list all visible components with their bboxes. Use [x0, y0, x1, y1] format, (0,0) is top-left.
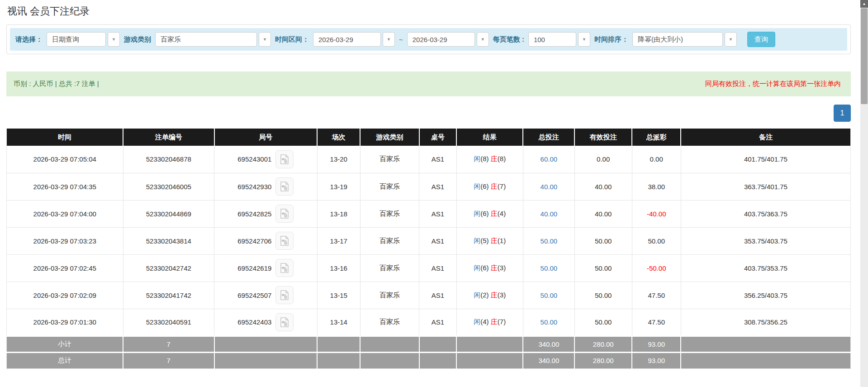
filter-panel: 请选择： 日期查询 ▼ 游戏类别 百家乐 ▼ 时间区间： 2026-03-29 … — [6, 24, 851, 54]
cell-time: 2026-03-29 07:04:00 — [7, 200, 123, 227]
cell-round: 695242825 — [214, 200, 318, 227]
query-type-label: 请选择： — [15, 35, 43, 44]
total-bet-link[interactable]: 50.00 — [541, 264, 558, 272]
chevron-down-icon[interactable]: ▼ — [578, 32, 590, 47]
total-bet-link[interactable]: 40.00 — [541, 210, 558, 218]
chevron-down-icon[interactable]: ▼ — [259, 32, 271, 47]
time-sort-select[interactable]: 降幂(由大到小) ▼ — [632, 32, 737, 47]
valid-bet-notice: 同局有效投注，统一计算在该局第一张注单内 — [705, 80, 841, 88]
cell-total-bet: 60.00 — [523, 146, 574, 173]
cell-result: 闲(5) 庄(1) — [456, 227, 523, 254]
total-bet-link[interactable]: 40.00 — [541, 183, 558, 191]
video-file-icon — [279, 208, 290, 219]
payout-value: 47.50 — [648, 291, 665, 299]
round-number: 695242825 — [237, 210, 271, 218]
video-replay-button[interactable] — [275, 150, 294, 168]
cell-session: 13-19 — [317, 173, 360, 200]
page-1-button[interactable]: 1 — [834, 105, 851, 122]
round-number: 695242930 — [237, 183, 271, 191]
cell-valid-bet: 40.00 — [574, 173, 632, 200]
cell-total-bet: 50.00 — [523, 309, 574, 336]
total-bet-link[interactable]: 50.00 — [541, 291, 558, 299]
video-replay-button[interactable] — [275, 286, 294, 304]
main-content: 视讯 会员下注纪录 请选择： 日期查询 ▼ 游戏类别 百家乐 ▼ 时间区间： 2… — [6, 0, 851, 369]
banker-result-label: 庄 — [491, 291, 498, 299]
cell-bet-id: 523302044869 — [123, 200, 214, 227]
page-size-select[interactable]: 100 ▼ — [528, 32, 590, 47]
chevron-down-icon[interactable]: ▼ — [477, 32, 489, 47]
total-bet-link[interactable]: 60.00 — [541, 155, 558, 163]
cell-round: 695242619 — [214, 254, 318, 282]
col-valid-bet: 有效投注 — [574, 129, 632, 146]
cell-payout: 47.50 — [632, 309, 681, 336]
date-range-label: 时间区间： — [275, 35, 309, 44]
table-row: 2026-03-29 07:05:04 523302046878 6952430… — [7, 146, 851, 173]
game-type-select[interactable]: 百家乐 ▼ — [155, 32, 271, 47]
table-row: 2026-03-29 07:03:23 523302043814 6952427… — [7, 227, 851, 254]
currency-total-text: 币别 : 人民币 | 总共 :7 注单 | — [14, 80, 99, 88]
cell-game-type: 百家乐 — [360, 173, 419, 200]
table-row: 2026-03-29 07:02:45 523302042742 6952426… — [7, 254, 851, 282]
table-footer: 小计 7 340.00 280.00 93.00 总计 7 340.00 280… — [7, 336, 851, 368]
video-replay-button[interactable] — [275, 205, 294, 223]
video-replay-button[interactable] — [275, 177, 294, 196]
round-number: 695243001 — [237, 155, 271, 163]
date-to-select[interactable]: 2026-03-29 ▼ — [407, 32, 489, 47]
cell-time: 2026-03-29 07:04:35 — [7, 173, 123, 200]
player-result-score: (8) — [480, 155, 489, 162]
banker-result-label: 庄 — [491, 155, 498, 162]
payout-value: 50.00 — [648, 237, 665, 245]
banker-result-label: 庄 — [491, 318, 498, 325]
page-size-value[interactable]: 100 — [528, 32, 576, 47]
video-file-icon — [279, 263, 290, 273]
subtotal-valid-bet: 280.00 — [574, 336, 632, 352]
game-type-value[interactable]: 百家乐 — [155, 32, 257, 47]
video-file-icon — [279, 317, 290, 328]
cell-note: 403.75/353.75 — [681, 254, 850, 282]
col-note: 备注 — [681, 129, 850, 146]
col-total-bet: 总投注 — [523, 129, 574, 146]
subtotal-payout: 93.00 — [632, 336, 681, 352]
cell-bet-id: 523302041742 — [123, 282, 214, 309]
query-type-select[interactable]: 日期查询 ▼ — [47, 32, 120, 47]
video-file-icon — [279, 154, 290, 165]
date-to-value[interactable]: 2026-03-29 — [407, 32, 475, 47]
search-button[interactable]: 查询 — [747, 32, 775, 47]
video-file-icon — [279, 290, 290, 301]
payout-value: 0.00 — [650, 155, 663, 163]
cell-total-bet: 50.00 — [523, 254, 574, 282]
cell-bet-id: 523302043814 — [123, 227, 214, 254]
cell-payout: 38.00 — [632, 173, 681, 200]
total-bet-link[interactable]: 50.00 — [541, 318, 558, 326]
banker-result-score: (7) — [498, 318, 506, 325]
cell-round: 695243001 — [214, 146, 318, 173]
chevron-down-icon[interactable]: ▼ — [108, 32, 120, 47]
total-count: 7 — [123, 352, 214, 368]
chevron-down-icon[interactable]: ▼ — [383, 32, 395, 47]
cell-result: 闲(6) 庄(7) — [456, 173, 523, 200]
table-header: 时间 注单编号 局号 场次 游戏类别 桌号 结果 总投注 有效投注 总派彩 备注 — [7, 129, 851, 146]
table-row: 2026-03-29 07:01:30 523302040591 6952424… — [7, 309, 851, 336]
cell-valid-bet: 0.00 — [574, 146, 632, 173]
vertical-scrollbar[interactable]: ▲ — [860, 0, 868, 387]
total-bet-link[interactable]: 50.00 — [541, 237, 558, 245]
date-from-select[interactable]: 2026-03-29 ▼ — [313, 32, 395, 47]
video-replay-button[interactable] — [275, 232, 294, 250]
scrollbar-thumb[interactable] — [861, 8, 868, 104]
round-number: 695242619 — [237, 264, 271, 272]
cell-table-no: AS1 — [419, 282, 456, 309]
cell-result: 闲(8) 庄(8) — [456, 146, 523, 173]
payout-value: -40.00 — [647, 210, 666, 218]
time-sort-value[interactable]: 降幂(由大到小) — [632, 32, 723, 47]
chevron-down-icon[interactable]: ▼ — [725, 32, 737, 47]
video-replay-button[interactable] — [275, 259, 294, 277]
query-type-value[interactable]: 日期查询 — [47, 32, 106, 47]
cell-total-bet: 40.00 — [523, 173, 574, 200]
cell-bet-id: 523302046005 — [123, 173, 214, 200]
player-result-score: (4) — [480, 318, 489, 325]
date-from-value[interactable]: 2026-03-29 — [313, 32, 381, 47]
scroll-up-icon[interactable]: ▲ — [860, 0, 868, 8]
cell-valid-bet: 50.00 — [574, 254, 632, 282]
video-replay-button[interactable] — [275, 313, 294, 331]
video-file-icon — [279, 181, 290, 192]
